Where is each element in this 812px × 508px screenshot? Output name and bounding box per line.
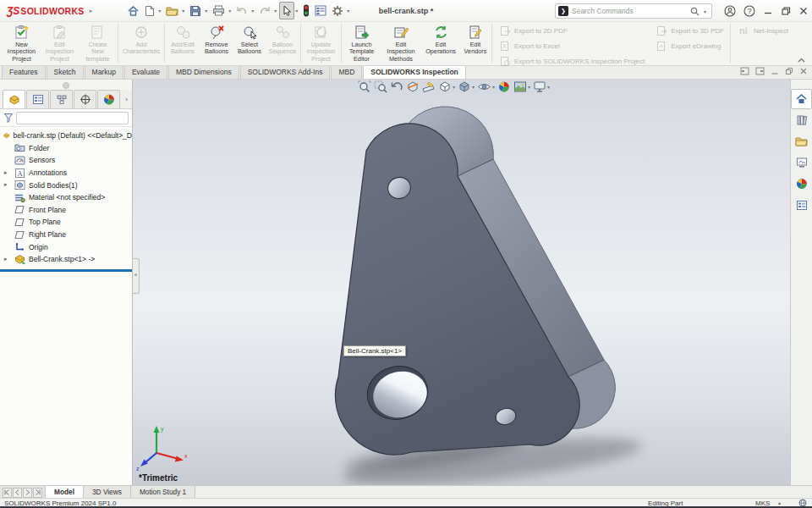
previous-view-button[interactable] xyxy=(390,80,403,93)
select-dropdown-icon[interactable]: ▾ xyxy=(295,8,298,14)
previous-tab-button[interactable] xyxy=(13,488,22,498)
print-dropdown-icon[interactable]: ▾ xyxy=(228,8,231,14)
save-dropdown-icon[interactable]: ▾ xyxy=(205,8,207,14)
home-button[interactable] xyxy=(124,2,142,19)
tree-item-origin[interactable]: Origin xyxy=(0,240,132,253)
filter-funnel-icon[interactable] xyxy=(3,113,14,123)
edit-inspection-project-button[interactable]: Edit Inspection Project xyxy=(41,21,79,65)
graphics-viewport[interactable]: ▾ ▾ ▾ ▾ ▾ xyxy=(133,79,791,485)
tab-solidworks-add-ins[interactable]: SOLIDWORKS Add-Ins xyxy=(240,65,331,79)
search-icon[interactable] xyxy=(690,7,700,16)
panel-tabs-overflow-icon[interactable]: › xyxy=(121,90,132,108)
new-dropdown-icon[interactable]: ▾ xyxy=(158,8,161,14)
export-edrawing-button[interactable]: Export eDrawing xyxy=(656,41,724,52)
restore-button[interactable] xyxy=(781,6,791,16)
logo-expand-icon[interactable]: ▸ xyxy=(90,8,93,14)
open-dropdown-icon[interactable]: ▾ xyxy=(182,8,184,14)
remove-balloons-button[interactable]: Remove Balloons xyxy=(200,21,233,65)
tree-item-solid-bodies[interactable]: ▸ Solid Bodies(1) xyxy=(0,179,132,191)
display-style-button[interactable]: ▾ xyxy=(458,80,475,93)
taskpane-resources-button[interactable] xyxy=(791,89,812,109)
tab-model[interactable]: Model xyxy=(46,486,84,499)
zoom-to-area-button[interactable] xyxy=(374,80,387,93)
tab-display-manager[interactable] xyxy=(97,90,120,108)
view-orientation-button[interactable]: ▾ xyxy=(438,80,455,93)
ribbon-collapse-icon[interactable] xyxy=(798,58,805,63)
tab-property-manager[interactable] xyxy=(26,90,49,108)
taskpane-file-explorer-button[interactable] xyxy=(791,131,812,152)
tab-solidworks-inspection[interactable]: SOLIDWORKS Inspection xyxy=(363,65,465,79)
tab-motion-study-1[interactable]: Motion Study 1 xyxy=(131,486,195,499)
new-document-button[interactable] xyxy=(142,2,157,19)
next-tab-button[interactable] xyxy=(23,488,32,498)
tree-item-folder[interactable]: Folder xyxy=(0,142,132,155)
select-tool-button[interactable] xyxy=(279,2,294,19)
options-dropdown-icon[interactable]: ▾ xyxy=(347,8,349,14)
undo-dropdown-icon[interactable]: ▾ xyxy=(251,8,254,14)
tab-3d-views[interactable]: 3D Views xyxy=(84,486,131,499)
new-inspection-project-button[interactable]: New Inspection Project xyxy=(3,21,41,65)
doc-minimize-icon[interactable] xyxy=(771,67,779,75)
expander-icon[interactable]: ▸ xyxy=(4,169,8,176)
balloon-sequence-button[interactable]: Balloon Sequence xyxy=(266,21,299,65)
edit-appearance-button[interactable] xyxy=(497,80,511,93)
panel-grip-handle[interactable] xyxy=(63,82,69,89)
tree-item-top-plane[interactable]: Top Plane xyxy=(0,216,132,229)
edit-vendors-button[interactable]: Edit Vendors xyxy=(460,21,491,65)
pin-pane-right-icon[interactable] xyxy=(755,67,765,75)
tab-feature-manager[interactable] xyxy=(3,90,25,108)
zoom-to-fit-button[interactable] xyxy=(358,80,371,93)
tab-evaluate[interactable]: Evaluate xyxy=(124,65,167,79)
rollback-bar[interactable] xyxy=(0,269,132,272)
expander-icon[interactable]: ▸ xyxy=(4,256,8,262)
open-button[interactable] xyxy=(163,2,181,19)
select-balloons-button[interactable]: Select Balloons xyxy=(233,21,266,65)
hide-show-items-button[interactable]: ▾ xyxy=(477,80,495,93)
options-gear-button[interactable] xyxy=(329,2,346,19)
tree-item-annotations[interactable]: ▸ A Annotations xyxy=(0,167,132,179)
task-list-button[interactable] xyxy=(312,2,329,19)
undo-button[interactable] xyxy=(233,2,250,19)
tab-features[interactable]: Features xyxy=(2,65,46,79)
launch-template-editor-button[interactable]: Launch Template Editor xyxy=(343,21,381,65)
annotation-views-button[interactable] xyxy=(422,80,436,93)
tree-item-sensors[interactable]: Sensors xyxy=(0,154,132,167)
add-edit-balloons-button[interactable]: Add/Edit Balloons xyxy=(166,21,200,65)
tree-filter-input[interactable] xyxy=(16,112,129,124)
bell-crank-model[interactable] xyxy=(133,79,791,485)
pin-pane-left-icon[interactable] xyxy=(740,67,749,75)
taskpane-custom-properties-button[interactable] xyxy=(791,195,812,215)
doc-restore-icon[interactable] xyxy=(785,67,793,75)
tab-mbd[interactable]: MBD xyxy=(331,65,362,79)
export-3d-pdf-button[interactable]: Export to 3D PDF xyxy=(656,25,724,36)
section-view-button[interactable] xyxy=(406,80,420,93)
taskpane-appearances-button[interactable] xyxy=(791,174,812,194)
tree-item-front-plane[interactable]: Front Plane xyxy=(0,204,132,217)
update-inspection-project-button[interactable]: Update Inspection Project xyxy=(302,21,340,65)
edit-operations-button[interactable]: Edit Operations xyxy=(421,21,460,65)
redo-button[interactable] xyxy=(256,2,273,19)
search-input[interactable]: Search Commands xyxy=(572,7,687,15)
first-tab-button[interactable] xyxy=(3,488,12,498)
view-settings-button[interactable]: ▾ xyxy=(533,80,550,93)
tree-item-material[interactable]: Material <not specified> xyxy=(0,191,132,204)
units-dropdown-icon[interactable]: ▴ xyxy=(778,500,781,505)
print-button[interactable] xyxy=(210,2,228,19)
tab-mbd-dimensions[interactable]: MBD Dimensions xyxy=(168,65,239,79)
xpress-products-icon[interactable] xyxy=(300,2,312,19)
export-excel-button[interactable]: Export to Excel xyxy=(500,41,645,52)
tab-dimxpert-manager[interactable] xyxy=(74,90,96,108)
help-icon[interactable]: ? xyxy=(743,5,755,17)
edit-inspection-methods-button[interactable]: Edit Inspection Methods xyxy=(381,21,421,65)
save-button[interactable] xyxy=(187,2,204,19)
tree-item-bell-crank[interactable]: ▸ Bell-Crank.stp<1> -> xyxy=(0,253,132,266)
taskpane-design-library-button[interactable] xyxy=(791,110,812,130)
net-inspect-button[interactable]: ni Net-Inspect xyxy=(738,25,788,36)
export-2d-pdf-button[interactable]: Export to 2D PDF xyxy=(500,25,645,36)
search-commands-box[interactable]: ❯ Search Commands ▾ xyxy=(555,3,712,19)
close-button[interactable] xyxy=(798,6,809,16)
user-account-icon[interactable] xyxy=(724,5,736,17)
taskpane-view-palette-button[interactable] xyxy=(791,152,812,173)
minimize-button[interactable] xyxy=(763,6,773,16)
tab-markup[interactable]: Markup xyxy=(85,65,123,79)
